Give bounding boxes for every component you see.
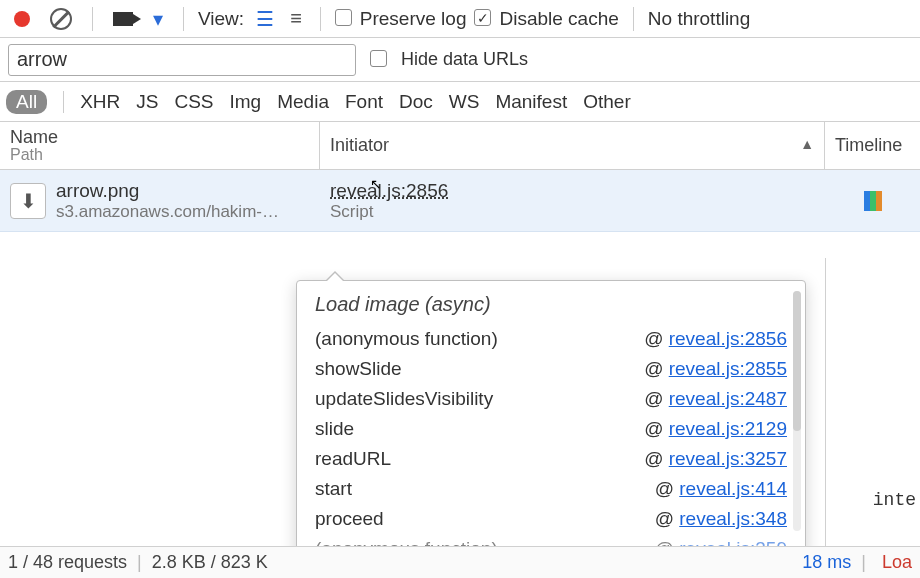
stack-loc: @ reveal.js:2856 <box>644 328 787 350</box>
separator: | <box>137 552 142 573</box>
disable-cache-label: Disable cache <box>499 8 618 30</box>
stack-loc: @ reveal.js:2129 <box>644 418 787 440</box>
stack-fn: slide <box>315 418 354 440</box>
screenshot-icon[interactable] <box>113 12 133 26</box>
stack-frame: (anonymous function)@ reveal.js:2856 <box>315 324 805 354</box>
view-label: View: <box>198 8 244 30</box>
network-toolbar: ▾ View: ☰ ≡ Preserve log Disable cache N… <box>0 0 920 38</box>
status-bar: 1 / 48 requests | 2.8 KB / 823 K 18 ms |… <box>0 546 920 578</box>
col-name-sub: Path <box>10 146 309 164</box>
stack-frame: updateSlidesVisibility@ reveal.js:2487 <box>315 384 805 414</box>
preserve-log-checkbox[interactable] <box>335 9 352 26</box>
hide-data-urls-label: Hide data URLs <box>401 49 528 70</box>
stack-frame: slide@ reveal.js:2129 <box>315 414 805 444</box>
divider <box>92 7 93 31</box>
stack-frame: start@ reveal.js:414 <box>315 474 805 504</box>
stack-fn: readURL <box>315 448 391 470</box>
initiator-stack-popup: Load image (async) (anonymous function)@… <box>296 280 806 573</box>
preserve-log-label: Preserve log <box>360 8 467 30</box>
divider <box>63 91 64 113</box>
divider <box>320 7 321 31</box>
request-filename: arrow.png <box>56 180 279 202</box>
col-initiator[interactable]: Initiator ▲ <box>320 122 825 169</box>
initiator-type: Script <box>330 202 815 222</box>
status-bytes: 2.8 KB / 823 K <box>152 552 268 573</box>
filter-icon[interactable]: ▾ <box>153 7 163 31</box>
popup-title: Load image (async) <box>315 293 805 316</box>
record-button[interactable] <box>14 11 30 27</box>
separator: | <box>861 552 866 573</box>
hide-data-urls-checkbox[interactable] <box>370 50 387 67</box>
throttling-select[interactable]: No throttling <box>648 8 750 30</box>
divider <box>183 7 184 31</box>
type-img[interactable]: Img <box>230 91 262 113</box>
type-other[interactable]: Other <box>583 91 631 113</box>
status-time: 18 ms <box>802 552 851 573</box>
stack-link[interactable]: reveal.js:2487 <box>669 388 787 409</box>
stack-loc: @ reveal.js:3257 <box>644 448 787 470</box>
type-filter-row: All XHR JS CSS Img Media Font Doc WS Man… <box>0 82 920 122</box>
divider <box>633 7 634 31</box>
type-font[interactable]: Font <box>345 91 383 113</box>
request-row[interactable]: ⬇ arrow.png s3.amazonaws.com/hakim-… rev… <box>0 170 920 232</box>
stack-loc: @ reveal.js:348 <box>655 508 787 530</box>
stack-link[interactable]: reveal.js:2129 <box>669 418 787 439</box>
stack-loc: @ reveal.js:414 <box>655 478 787 500</box>
stack-fn: (anonymous function) <box>315 328 498 350</box>
stack-frame: proceed@ reveal.js:348 <box>315 504 805 534</box>
stack-link[interactable]: reveal.js:414 <box>679 478 787 499</box>
type-media[interactable]: Media <box>277 91 329 113</box>
filter-input[interactable] <box>8 44 356 76</box>
stack-fn: updateSlidesVisibility <box>315 388 493 410</box>
stack-frame: readURL@ reveal.js:3257 <box>315 444 805 474</box>
stack-fn: proceed <box>315 508 384 530</box>
disable-cache-checkbox[interactable] <box>474 9 491 26</box>
type-ws[interactable]: WS <box>449 91 480 113</box>
stack-loc: @ reveal.js:2855 <box>644 358 787 380</box>
cell-timeline <box>825 185 920 217</box>
cell-name: ⬇ arrow.png s3.amazonaws.com/hakim-… <box>0 174 320 228</box>
popup-scrollbar[interactable] <box>793 291 801 531</box>
type-xhr[interactable]: XHR <box>80 91 120 113</box>
cell-initiator: reveal.js:2856 ↖ Script <box>320 174 825 228</box>
type-manifest[interactable]: Manifest <box>495 91 567 113</box>
type-css[interactable]: CSS <box>174 91 213 113</box>
status-requests: 1 / 48 requests <box>8 552 127 573</box>
type-doc[interactable]: Doc <box>399 91 433 113</box>
col-timeline[interactable]: Timeline <box>825 122 920 169</box>
stack-link[interactable]: reveal.js:2856 <box>669 328 787 349</box>
col-initiator-label: Initiator <box>330 135 814 156</box>
stack-loc: @ reveal.js:2487 <box>644 388 787 410</box>
stack-link[interactable]: reveal.js:348 <box>679 508 787 529</box>
type-all[interactable]: All <box>6 90 47 114</box>
stack-frame: showSlide@ reveal.js:2855 <box>315 354 805 384</box>
filter-row: Hide data URLs <box>0 38 920 82</box>
status-load: Loa <box>882 552 912 573</box>
list-view-icon[interactable]: ☰ <box>256 7 274 31</box>
col-name[interactable]: Name Path <box>0 122 320 169</box>
waterfall-view-icon[interactable]: ≡ <box>290 7 302 30</box>
stack-fn: start <box>315 478 352 500</box>
request-path: s3.amazonaws.com/hakim-… <box>56 202 279 222</box>
type-js[interactable]: JS <box>136 91 158 113</box>
sort-asc-icon: ▲ <box>800 136 814 152</box>
col-timeline-label: Timeline <box>835 135 910 156</box>
stack-link[interactable]: reveal.js:2855 <box>669 358 787 379</box>
truncated-text: inte <box>873 490 916 510</box>
stack-fn: showSlide <box>315 358 402 380</box>
cursor-icon: ↖ <box>370 176 382 192</box>
clear-button[interactable] <box>50 8 72 30</box>
stack-link[interactable]: reveal.js:3257 <box>669 448 787 469</box>
columns-header: Name Path Initiator ▲ Timeline <box>0 122 920 170</box>
col-name-label: Name <box>10 127 309 148</box>
download-arrow-icon: ⬇ <box>10 183 46 219</box>
timing-bar <box>864 191 882 211</box>
initiator-link[interactable]: reveal.js:2856 <box>330 180 815 202</box>
